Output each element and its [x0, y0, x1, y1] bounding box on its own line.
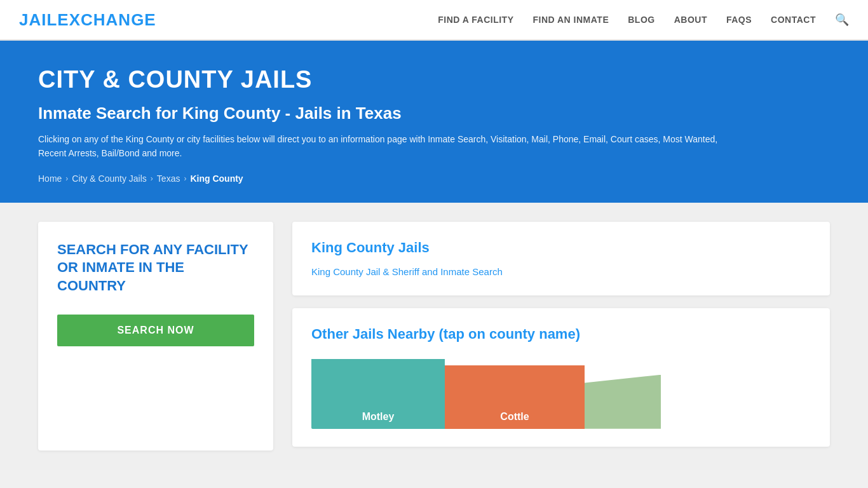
page-title: CITY & COUNTY JAILS [38, 66, 830, 93]
county-block-third[interactable] [585, 375, 661, 429]
search-promo-text: SEARCH FOR ANY FACILITY OR INMATE IN THE… [57, 241, 254, 295]
county-jails-title: King County Jails [311, 240, 811, 256]
search-now-button[interactable]: SEARCH NOW [57, 315, 254, 346]
breadcrumb-texas[interactable]: Texas [157, 173, 180, 184]
county-block-motley[interactable]: Motley [311, 359, 445, 429]
nav-about[interactable]: ABOUT [674, 15, 707, 25]
county-map: Motley Cottle [311, 353, 811, 429]
county-jails-card: King County Jails King County Jail & She… [292, 222, 830, 295]
county-cottle-label: Cottle [500, 411, 529, 423]
main-nav: FIND A FACILITY FIND AN INMATE BLOG ABOU… [438, 13, 849, 27]
main-content: SEARCH FOR ANY FACILITY OR INMATE IN THE… [0, 203, 868, 470]
county-motley-label: Motley [362, 411, 395, 423]
hero-section: CITY & COUNTY JAILS Inmate Search for Ki… [0, 41, 868, 203]
breadcrumb-sep-1: › [65, 174, 68, 183]
nav-faqs[interactable]: FAQs [726, 15, 752, 25]
logo-jail: JAIL [19, 10, 57, 29]
county-block-cottle[interactable]: Cottle [445, 365, 585, 429]
nearby-jails-title: Other Jails Nearby (tap on county name) [311, 326, 811, 342]
search-icon[interactable]: 🔍 [835, 13, 849, 27]
breadcrumb-city-county-jails[interactable]: City & County Jails [72, 173, 146, 184]
page-subtitle: Inmate Search for King County - Jails in… [38, 104, 830, 123]
site-logo[interactable]: JAILEXCHANGE [19, 10, 156, 30]
breadcrumb-sep-3: › [184, 174, 186, 183]
right-panel: King County Jails King County Jail & She… [292, 222, 830, 451]
breadcrumb-home[interactable]: Home [38, 173, 62, 184]
nav-find-facility[interactable]: FIND A FACILITY [438, 15, 513, 25]
nav-blog[interactable]: BLOG [628, 15, 654, 25]
breadcrumb-king-county: King County [190, 173, 243, 184]
nav-find-inmate[interactable]: FIND AN INMATE [532, 15, 609, 25]
nav-contact[interactable]: CONTACT [771, 15, 816, 25]
logo-exchange: EXCHANGE [57, 10, 156, 29]
site-header: JAILEXCHANGE FIND A FACILITY FIND AN INM… [0, 0, 868, 41]
breadcrumb-sep-2: › [151, 174, 153, 183]
breadcrumb: Home › City & County Jails › Texas › Kin… [38, 173, 830, 184]
hero-description: Clicking on any of the King County or ci… [38, 132, 737, 161]
nearby-jails-card: Other Jails Nearby (tap on county name) … [292, 308, 830, 447]
facility-link[interactable]: King County Jail & Sheriff and Inmate Se… [311, 266, 503, 277]
search-promo-panel: SEARCH FOR ANY FACILITY OR INMATE IN THE… [38, 222, 273, 451]
